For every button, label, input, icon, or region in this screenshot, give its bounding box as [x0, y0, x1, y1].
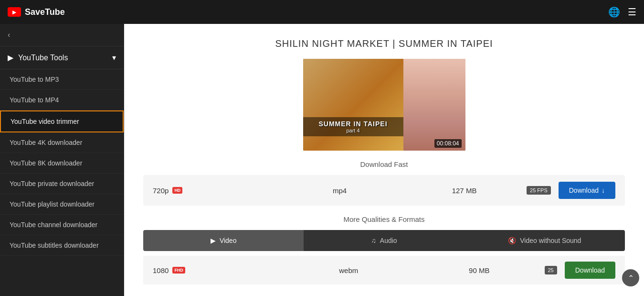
video-overlay-sublabel: part 4	[308, 128, 399, 133]
sidebar-section-left: ▶ YouTube Tools	[8, 53, 68, 62]
bottom-download-row: 1080 FHD webm 90 MB 25 Download	[143, 256, 625, 285]
fast-download-row: 720p HD mp4 127 MB 25 FPS Download ↓	[143, 175, 625, 206]
sidebar-section-youtube-tools[interactable]: ▶ YouTube Tools ▾	[0, 46, 124, 69]
audio-tab-label: Audio	[380, 237, 397, 244]
sidebar-item-mp4[interactable]: YouTube to MP4	[0, 90, 124, 110]
header: ▶ SaveTube 🌐 ☰	[0, 0, 644, 24]
sidebar-item-private[interactable]: YouTube private downloader	[0, 174, 124, 194]
video-duration: 00:08:04	[434, 139, 462, 148]
fast-download-size: 127 MB	[402, 186, 527, 195]
fast-download-quality: 720p HD	[153, 186, 277, 195]
fps-badge: 25 FPS	[527, 186, 551, 195]
play-icon: ▶	[8, 53, 13, 62]
youtube-icon: ▶	[8, 7, 21, 17]
fast-download-button[interactable]: Download ↓	[559, 182, 615, 199]
hd-badge: HD	[172, 187, 182, 194]
bottom-size: 90 MB	[414, 266, 545, 274]
globe-icon[interactable]: 🌐	[608, 6, 620, 18]
chevron-up-icon: ⌃	[628, 274, 634, 283]
tab-video[interactable]: ▶ Video	[143, 230, 304, 251]
bottom-download-button[interactable]: Download	[565, 262, 615, 279]
scroll-up-button[interactable]: ⌃	[622, 269, 639, 286]
audio-tab-icon: ♫	[371, 237, 376, 244]
bottom-format: webm	[284, 266, 414, 274]
video-overlay-label: SUMMER IN TAIPEI	[308, 120, 399, 128]
sidebar-item-8k[interactable]: YouTube 8K downloader	[0, 153, 124, 174]
video-tab-label: Video	[220, 237, 237, 244]
sidebar-item-playlist[interactable]: YouTube playlist downloader	[0, 194, 124, 215]
sidebar-item-mp3[interactable]: YouTube to MP3	[0, 69, 124, 90]
sidebar-item-channel[interactable]: YouTube channel downloader	[0, 215, 124, 235]
logo[interactable]: ▶ SaveTube	[8, 7, 65, 17]
fast-download-format: mp4	[277, 186, 402, 195]
logo-text: SaveTube	[25, 7, 65, 17]
format-tabs: ▶ Video ♫ Audio 🔇 Video without Sound	[143, 230, 625, 251]
sidebar-section-label: YouTube Tools	[18, 54, 68, 62]
chevron-down-icon: ▾	[112, 53, 116, 62]
header-right: 🌐 ☰	[608, 6, 636, 18]
bottom-fps-badge: 25	[545, 266, 557, 274]
sidebar: ‹ ▶ YouTube Tools ▾ YouTube to MP3 YouTu…	[0, 24, 124, 296]
sidebar-item-subtitles[interactable]: YouTube subtitles downloader	[0, 235, 124, 256]
download-fast-label: Download Fast	[143, 160, 625, 168]
tab-video-no-sound[interactable]: 🔇 Video without Sound	[465, 230, 625, 251]
video-title: SHILIN NIGHT MARKET | SUMMER IN TAIPEI	[143, 38, 625, 49]
sidebar-item-trimmer[interactable]: YouTube video trimmer	[0, 110, 124, 132]
more-qualities-label: More Qualities & Formats	[143, 215, 625, 223]
sidebar-collapse-btn[interactable]: ‹	[0, 24, 124, 46]
video-thumbnail: SUMMER IN TAIPEI part 4 00:08:04	[303, 59, 465, 151]
video-tab-icon: ▶	[211, 237, 216, 244]
menu-icon[interactable]: ☰	[628, 6, 636, 18]
bottom-quality-text: 1080	[153, 266, 169, 274]
sidebar-item-4k[interactable]: YouTube 4K downloader	[0, 132, 124, 153]
mute-icon: 🔇	[508, 237, 516, 244]
video-no-sound-label: Video without Sound	[520, 237, 581, 244]
video-thumbnail-container: SUMMER IN TAIPEI part 4 00:08:04	[143, 59, 625, 151]
main-content: SHILIN NIGHT MARKET | SUMMER IN TAIPEI S…	[124, 24, 644, 296]
bottom-quality: 1080 FHD	[153, 266, 284, 274]
fhd-badge: FHD	[172, 267, 185, 274]
quality-text: 720p	[153, 186, 169, 195]
tab-audio[interactable]: ♫ Audio	[304, 230, 464, 251]
